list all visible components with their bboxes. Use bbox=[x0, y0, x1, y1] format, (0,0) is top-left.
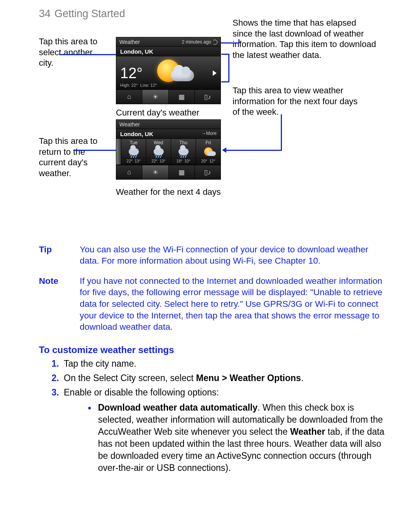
weather-forecast-screenshot: Weather London, UK →More Tue 22° 13° Wed… bbox=[116, 119, 221, 180]
page-number: 34 bbox=[39, 8, 51, 19]
app-title: Weather bbox=[119, 121, 140, 128]
cloud-icon bbox=[171, 70, 194, 81]
elapsed-text: 2 minutes ago bbox=[182, 39, 211, 45]
note-label: Note bbox=[39, 275, 80, 333]
note-text: If you have not connected to the Interne… bbox=[80, 275, 385, 333]
grid-icon: ▦ bbox=[178, 168, 185, 177]
forecast-row: Tue 22° 13° Wed 22° 13° Thu 18° 10° Fri bbox=[116, 139, 220, 165]
rain-icon bbox=[129, 148, 139, 155]
caption-shot1: Current day's weather bbox=[116, 108, 200, 118]
city-name: London, UK bbox=[120, 131, 153, 137]
phone-music-icon: ▯♪ bbox=[204, 93, 211, 101]
bullet-list: Download weather data automatically. Whe… bbox=[88, 402, 385, 474]
return-handle[interactable] bbox=[116, 139, 121, 164]
bottom-tabs: ⌂ ☀ ▦ ▯♪ bbox=[116, 89, 220, 104]
arrow-icon bbox=[222, 147, 226, 153]
high-low: High: 22° Low: 12° bbox=[120, 83, 157, 87]
connector-line bbox=[75, 150, 118, 151]
sun-gear-icon: ☀ bbox=[152, 93, 158, 101]
step-item: On the Select City screen, select Menu >… bbox=[61, 372, 385, 384]
tab-apps[interactable]: ▦ bbox=[169, 165, 195, 179]
tab-weather[interactable]: ☀ bbox=[142, 90, 168, 104]
forecast-day[interactable]: Fri 20° 12° bbox=[196, 139, 220, 164]
connector-line bbox=[221, 81, 229, 82]
connector-line bbox=[221, 54, 229, 55]
steps-list: Tap the city name. On the Select City sc… bbox=[50, 358, 385, 474]
phone-music-icon: ▯♪ bbox=[204, 168, 211, 177]
sun-gear-icon: ☀ bbox=[152, 168, 158, 177]
step-item: Enable or disable the following options:… bbox=[61, 387, 385, 474]
city-selector[interactable]: London, UK bbox=[116, 47, 220, 56]
tab-media[interactable]: ▯♪ bbox=[195, 165, 220, 179]
connector-line bbox=[228, 54, 229, 82]
forecast-day[interactable]: Thu 18° 10° bbox=[171, 139, 196, 164]
more-link[interactable]: →More bbox=[201, 131, 217, 137]
note-block: Note If you have not connected to the In… bbox=[39, 275, 385, 333]
refresh-icon bbox=[212, 40, 217, 45]
tip-block: Tip You can also use the Wi-Fi connectio… bbox=[39, 244, 385, 267]
tab-home[interactable]: ⌂ bbox=[116, 90, 142, 104]
forecast-day[interactable]: Tue 22° 13° bbox=[121, 139, 146, 164]
current-weather-panel[interactable]: 12° High: 22° Low: 12° bbox=[116, 56, 220, 89]
bottom-tabs: ⌂ ☀ ▦ ▯♪ bbox=[116, 165, 220, 179]
tab-weather[interactable]: ☀ bbox=[142, 165, 168, 179]
section-title: Getting Started bbox=[54, 8, 125, 19]
titlebar: Weather 2 minutes ago bbox=[116, 37, 220, 47]
connector-line bbox=[226, 150, 281, 151]
section-heading: To customize weather settings bbox=[39, 345, 385, 355]
tab-media[interactable]: ▯♪ bbox=[195, 90, 220, 104]
callout-elapsed: Shows the time that has elapsed since th… bbox=[233, 17, 376, 60]
temperature: 12° bbox=[120, 66, 142, 80]
rain-icon bbox=[154, 148, 164, 155]
app-title: Weather bbox=[119, 39, 140, 45]
tab-apps[interactable]: ▦ bbox=[169, 90, 195, 104]
tip-text: You can also use the Wi-Fi connection of… bbox=[80, 244, 385, 267]
home-icon: ⌂ bbox=[127, 93, 131, 101]
city-name: London, UK bbox=[120, 48, 153, 55]
caption-shot2: Weather for the next 4 days bbox=[116, 187, 221, 197]
titlebar: Weather bbox=[116, 120, 220, 129]
chevron-right-icon[interactable] bbox=[213, 70, 217, 76]
elapsed-button[interactable]: 2 minutes ago bbox=[182, 39, 217, 45]
bullet-item: Download weather data automatically. Whe… bbox=[88, 402, 385, 474]
home-icon: ⌂ bbox=[127, 168, 131, 176]
callout-next4: Tap this area to view weather informatio… bbox=[233, 85, 361, 117]
grid-icon: ▦ bbox=[178, 93, 185, 101]
callout-return: Tap this area to return to the current d… bbox=[39, 136, 104, 178]
connector-line bbox=[218, 42, 239, 44]
forecast-day[interactable]: Wed 22° 13° bbox=[146, 139, 171, 164]
rain-icon bbox=[178, 148, 189, 155]
weather-current-screenshot: Weather 2 minutes ago London, UK 12° Hig… bbox=[116, 37, 221, 104]
tab-home[interactable]: ⌂ bbox=[116, 165, 142, 179]
sunny-icon bbox=[204, 147, 213, 156]
city-row[interactable]: London, UK →More bbox=[116, 129, 220, 139]
callout-select-city: Tap this area to select another city. bbox=[39, 36, 99, 68]
step-item: Tap the city name. bbox=[61, 358, 385, 370]
connector-line bbox=[281, 114, 282, 151]
tip-label: Tip bbox=[39, 244, 80, 267]
figure-area: Tap this area to select another city. Sh… bbox=[39, 31, 385, 229]
connector-line bbox=[59, 54, 118, 55]
